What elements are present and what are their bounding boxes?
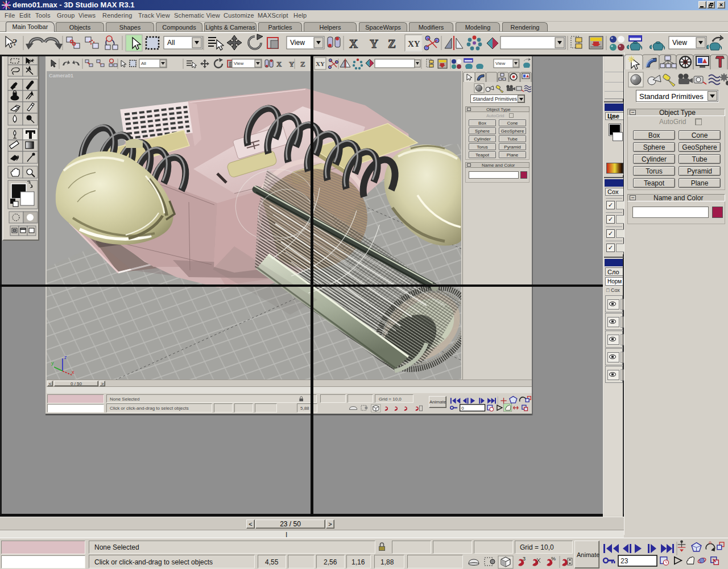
svg-text:XY: XY <box>316 60 325 67</box>
svg-text:z: z <box>64 354 67 360</box>
svg-text:View: View <box>234 61 243 66</box>
svg-text:All: All <box>141 61 146 66</box>
svg-text:Z: Z <box>388 37 396 51</box>
svg-text:3: 3 <box>523 556 526 562</box>
svg-text:x: x <box>72 369 75 375</box>
svg-text:Y: Y <box>370 37 378 51</box>
svg-text:X: X <box>349 37 358 51</box>
svg-text:Camera01: Camera01 <box>49 73 73 79</box>
svg-text:Z: Z <box>300 60 305 68</box>
svg-text:23: 23 <box>621 557 628 565</box>
svg-text:Y: Y <box>289 60 295 68</box>
svg-text:XY: XY <box>408 39 420 48</box>
svg-text:View: View <box>672 39 687 47</box>
svg-text:All: All <box>167 39 175 47</box>
svg-text:%: % <box>551 556 556 562</box>
svg-text:y: y <box>51 360 54 366</box>
svg-text:0: 0 <box>461 406 464 411</box>
svg-text:X: X <box>276 60 282 68</box>
svg-text:?: ? <box>13 37 18 48</box>
svg-text:View: View <box>495 61 505 66</box>
svg-text:View: View <box>290 39 305 47</box>
